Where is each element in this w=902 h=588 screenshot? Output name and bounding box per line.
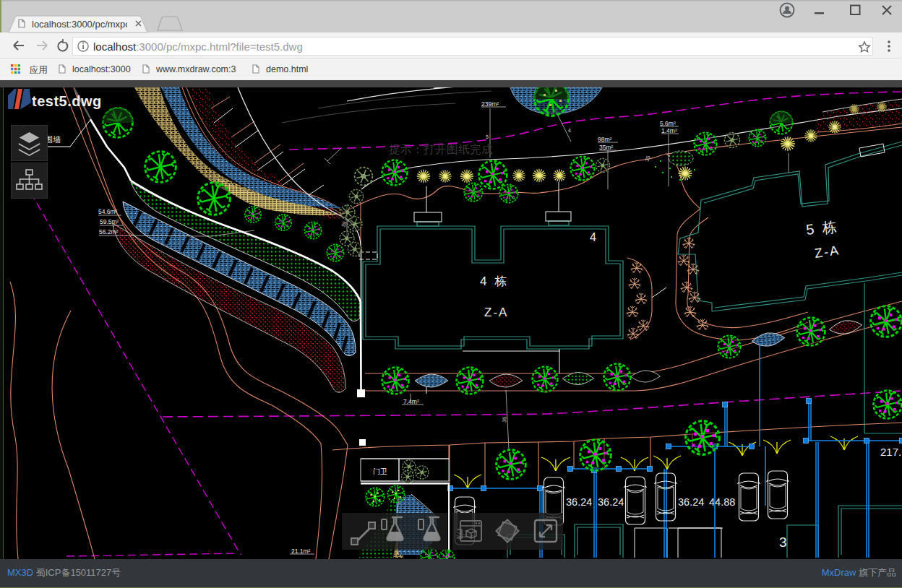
svg-text:36.24: 36.24 bbox=[566, 496, 592, 508]
svg-text:门卫: 门卫 bbox=[373, 467, 387, 475]
svg-text:5.6m²: 5.6m² bbox=[660, 120, 676, 127]
svg-text:3: 3 bbox=[779, 535, 787, 550]
svg-text:Z-A: Z-A bbox=[484, 306, 508, 319]
svg-text:7.4m²: 7.4m² bbox=[403, 398, 419, 405]
svg-text:1.4m²: 1.4m² bbox=[661, 127, 677, 134]
svg-text:4: 4 bbox=[568, 128, 571, 133]
svg-text:56.2m²: 56.2m² bbox=[99, 228, 119, 235]
svg-text:35: 35 bbox=[502, 417, 507, 423]
svg-text:54.6m²: 54.6m² bbox=[98, 208, 118, 215]
svg-text:44.88: 44.88 bbox=[709, 496, 735, 508]
svg-text:36.24: 36.24 bbox=[678, 496, 704, 508]
svg-text:239m²: 239m² bbox=[481, 100, 499, 108]
svg-text:36.24: 36.24 bbox=[598, 496, 624, 508]
svg-text:98m²: 98m² bbox=[598, 136, 612, 143]
svg-text:4: 4 bbox=[590, 231, 596, 243]
svg-text:21.1m²: 21.1m² bbox=[291, 548, 311, 555]
svg-text:5: 5 bbox=[486, 134, 489, 139]
svg-text:35m²: 35m² bbox=[599, 144, 614, 151]
svg-text:4 栋: 4 栋 bbox=[480, 274, 509, 288]
svg-text:59.5m²: 59.5m² bbox=[100, 218, 119, 225]
svg-text:217.: 217. bbox=[880, 446, 901, 458]
